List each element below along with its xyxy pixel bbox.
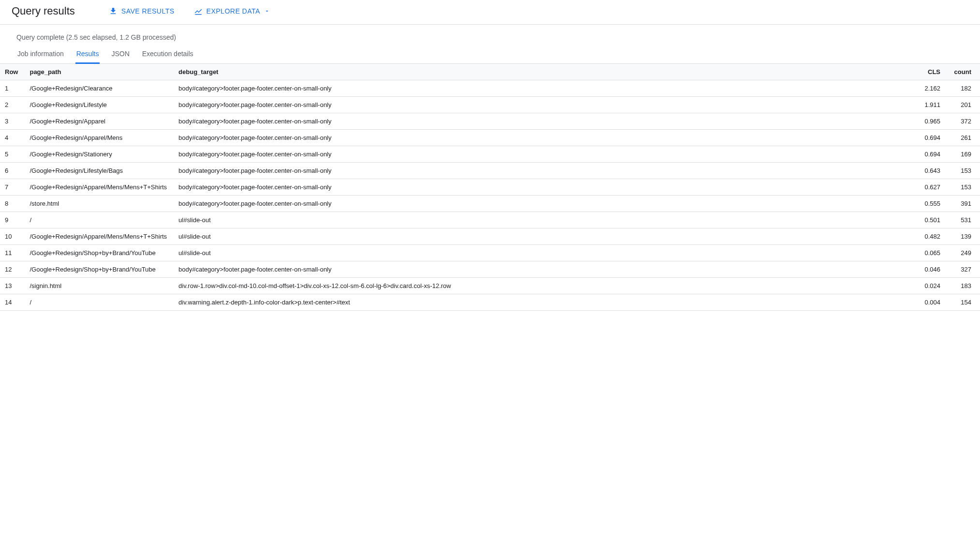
cell-count: 183 (946, 278, 980, 294)
cell-row: 2 (0, 97, 24, 113)
cell-row: 7 (0, 179, 24, 196)
cell-debug-target: body#category>footer.page-footer.center-… (173, 179, 912, 196)
cell-row: 9 (0, 212, 24, 228)
cell-debug-target: ul#slide-out (173, 212, 912, 228)
chart-icon (194, 7, 203, 15)
cell-count: 182 (946, 80, 980, 97)
cell-page-path: /Google+Redesign/Shop+by+Brand/YouTube (24, 261, 173, 278)
cell-page-path: /signin.html (24, 278, 173, 294)
save-results-label: SAVE RESULTS (121, 7, 175, 15)
result-tabs: Job information Results JSON Execution d… (0, 45, 980, 64)
cell-debug-target: body#category>footer.page-footer.center-… (173, 163, 912, 179)
cell-page-path: /Google+Redesign/Lifestyle (24, 97, 173, 113)
table-row: 3/Google+Redesign/Apparelbody#category>f… (0, 113, 980, 130)
cell-cls: 0.482 (912, 228, 946, 245)
results-header: Query results SAVE RESULTS EXPLORE DATA (0, 0, 980, 25)
cell-count: 261 (946, 130, 980, 146)
cell-count: 531 (946, 212, 980, 228)
cell-cls: 0.627 (912, 179, 946, 196)
table-row: 2/Google+Redesign/Lifestylebody#category… (0, 97, 980, 113)
cell-count: 153 (946, 179, 980, 196)
cell-debug-target: body#category>footer.page-footer.center-… (173, 146, 912, 163)
cell-debug-target: body#category>footer.page-footer.center-… (173, 80, 912, 97)
cell-page-path: / (24, 294, 173, 311)
cell-debug-target: body#category>footer.page-footer.center-… (173, 196, 912, 212)
table-row: 8/store.htmlbody#category>footer.page-fo… (0, 196, 980, 212)
page-title: Query results (12, 5, 75, 17)
col-row: Row (0, 64, 24, 80)
explore-data-label: EXPLORE DATA (207, 7, 260, 15)
tab-job-information[interactable]: Job information (16, 45, 65, 64)
table-row: 7/Google+Redesign/Apparel/Mens/Mens+T+Sh… (0, 179, 980, 196)
table-row: 13/signin.htmldiv.row-1.row>div.col-md-1… (0, 278, 980, 294)
download-icon (109, 7, 118, 15)
cell-count: 169 (946, 146, 980, 163)
cell-count: 391 (946, 196, 980, 212)
cell-row: 8 (0, 196, 24, 212)
cell-cls: 0.024 (912, 278, 946, 294)
cell-page-path: /Google+Redesign/Apparel/Mens (24, 130, 173, 146)
cell-page-path: /Google+Redesign/Apparel/Mens/Mens+T+Shi… (24, 228, 173, 245)
cell-row: 4 (0, 130, 24, 146)
cell-page-path: /Google+Redesign/Apparel (24, 113, 173, 130)
explore-data-button[interactable]: EXPLORE DATA (194, 7, 274, 15)
cell-row: 14 (0, 294, 24, 311)
cell-debug-target: body#category>footer.page-footer.center-… (173, 130, 912, 146)
table-row: 5/Google+Redesign/Stationerybody#categor… (0, 146, 980, 163)
tab-results[interactable]: Results (75, 45, 100, 64)
cell-cls: 2.162 (912, 80, 946, 97)
cell-page-path: / (24, 212, 173, 228)
cell-debug-target: div.row-1.row>div.col-md-10.col-md-offse… (173, 278, 912, 294)
cell-debug-target: body#category>footer.page-footer.center-… (173, 97, 912, 113)
col-debug-target: debug_target (173, 64, 912, 80)
cell-cls: 0.965 (912, 113, 946, 130)
col-count: count (946, 64, 980, 80)
cell-row: 5 (0, 146, 24, 163)
cell-cls: 0.694 (912, 146, 946, 163)
cell-page-path: /Google+Redesign/Shop+by+Brand/YouTube (24, 245, 173, 261)
cell-cls: 0.694 (912, 130, 946, 146)
table-row: 14/div.warning.alert.z-depth-1.info-colo… (0, 294, 980, 311)
table-row: 11/Google+Redesign/Shop+by+Brand/YouTube… (0, 245, 980, 261)
cell-page-path: /store.html (24, 196, 173, 212)
cell-count: 139 (946, 228, 980, 245)
cell-debug-target: body#category>footer.page-footer.center-… (173, 261, 912, 278)
results-table: Row page_path debug_target CLS count 1/G… (0, 64, 980, 311)
cell-cls: 0.004 (912, 294, 946, 311)
table-row: 12/Google+Redesign/Shop+by+Brand/YouTube… (0, 261, 980, 278)
table-row: 10/Google+Redesign/Apparel/Mens/Mens+T+S… (0, 228, 980, 245)
cell-cls: 0.555 (912, 196, 946, 212)
cell-cls: 0.046 (912, 261, 946, 278)
cell-count: 153 (946, 163, 980, 179)
cell-cls: 1.911 (912, 97, 946, 113)
cell-row: 3 (0, 113, 24, 130)
cell-row: 6 (0, 163, 24, 179)
table-row: 1/Google+Redesign/Clearancebody#category… (0, 80, 980, 97)
cell-cls: 0.643 (912, 163, 946, 179)
cell-debug-target: ul#slide-out (173, 228, 912, 245)
table-row: 4/Google+Redesign/Apparel/Mensbody#categ… (0, 130, 980, 146)
cell-row: 11 (0, 245, 24, 261)
query-status: Query complete (2.5 sec elapsed, 1.2 GB … (0, 25, 980, 45)
table-header-row: Row page_path debug_target CLS count (0, 64, 980, 80)
cell-count: 327 (946, 261, 980, 278)
cell-count: 201 (946, 97, 980, 113)
cell-row: 1 (0, 80, 24, 97)
cell-row: 12 (0, 261, 24, 278)
cell-page-path: /Google+Redesign/Lifestyle/Bags (24, 163, 173, 179)
tab-json[interactable]: JSON (110, 45, 130, 64)
cell-page-path: /Google+Redesign/Apparel/Mens/Mens+T+Shi… (24, 179, 173, 196)
cell-row: 13 (0, 278, 24, 294)
col-page-path: page_path (24, 64, 173, 80)
cell-row: 10 (0, 228, 24, 245)
cell-count: 154 (946, 294, 980, 311)
cell-count: 372 (946, 113, 980, 130)
cell-cls: 0.065 (912, 245, 946, 261)
col-cls: CLS (912, 64, 946, 80)
tab-execution-details[interactable]: Execution details (141, 45, 194, 64)
table-row: 9/ul#slide-out0.501531 (0, 212, 980, 228)
cell-count: 249 (946, 245, 980, 261)
cell-cls: 0.501 (912, 212, 946, 228)
save-results-button[interactable]: SAVE RESULTS (109, 7, 175, 15)
cell-debug-target: div.warning.alert.z-depth-1.info-color-d… (173, 294, 912, 311)
